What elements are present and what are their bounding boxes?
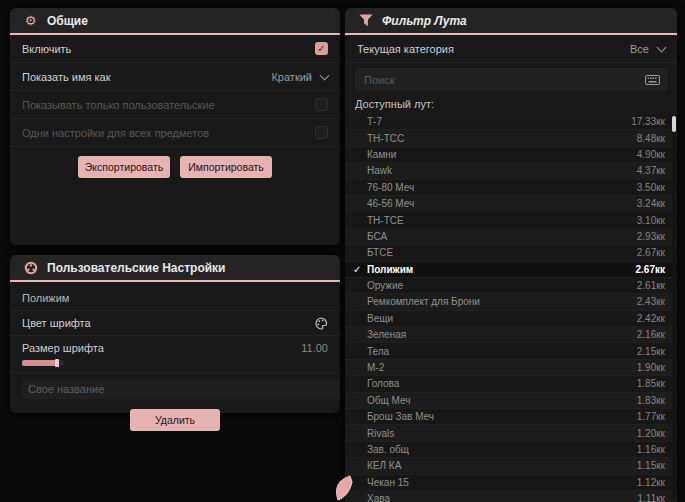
list-item[interactable]: Чекан 151.12кк [345,475,677,491]
font-size-slider-wrap [10,360,340,373]
font-size-slider[interactable] [22,360,64,366]
delete-button[interactable]: Удалить [130,409,220,431]
panel-title: Общие [47,14,88,28]
loot-name: Зав. общ [367,444,637,455]
gear-icon: ⚙ [23,13,38,28]
export-button[interactable]: Экспортировать [78,156,170,178]
list-item[interactable]: ТН-ТСС8.48кк [345,130,677,146]
loot-value: 2.61кк [637,280,665,291]
list-item[interactable]: Hawk4.37кк [345,163,677,179]
font-color-label: Цвет шрифта [22,317,91,329]
loot-value: 1.11кк [638,493,665,502]
loot-name: Т-7 [367,116,631,127]
list-item[interactable]: Оружие2.61кк [345,278,677,294]
loot-value: 2.93кк [637,231,665,242]
list-item[interactable]: Брош Зав Меч1.77кк [345,409,677,425]
enable-checkbox[interactable]: ✓ [315,42,328,55]
list-item[interactable]: 76-80 Меч3.50кк [345,180,677,196]
show-name-label: Показать имя как [22,71,111,83]
loot-value: 1.16кк [637,444,665,455]
setting-row-enable: Включить ✓ [10,35,340,63]
show-name-select[interactable]: Краткий [271,71,328,83]
list-item[interactable]: БСА2.93кк [345,229,677,245]
list-item[interactable]: 46-56 Меч3.24кк [345,196,677,212]
keyboard-icon[interactable] [645,75,660,85]
list-item[interactable]: Rivals1.20кк [345,425,677,441]
loot-name: Зеленая [367,329,637,340]
funnel-icon [358,13,373,28]
loot-value: 1.83кк [637,395,665,406]
loot-name: Камни [367,149,637,160]
list-item[interactable]: Голова1.85кк [345,376,677,392]
loot-value: 1.77кк [637,411,665,422]
list-item[interactable]: ТН-ТСЕ3.10кк [345,212,677,228]
loot-value: 2.67кк [637,247,665,258]
loot-value: 2.15кк [637,346,665,357]
loot-name: 76-80 Меч [367,182,637,193]
list-item[interactable]: Зеленая2.16кк [345,327,677,343]
palette-icon[interactable] [315,317,328,330]
loot-name: Rivals [367,428,637,439]
search-bar [355,68,667,91]
font-color-row: Цвет шрифта [10,310,340,335]
search-input[interactable] [362,73,639,87]
list-item[interactable]: Вещи2.42кк [345,311,677,327]
only-custom-checkbox[interactable] [315,98,328,111]
same-settings-label: Одни настройки для всех предметов [22,127,209,139]
loot-value: 3.10кк [637,215,665,226]
list-item[interactable]: Зав. общ1.16кк [345,442,677,458]
list-item[interactable]: М-21.90кк [345,360,677,376]
loot-name: КЕЛ КА [367,460,637,471]
loot-name: Хава [367,493,638,502]
loot-value: 1.15кк [637,460,665,471]
list-item[interactable]: ✓Полижим2.67кк [345,262,677,278]
export-import-buttons: Экспортировать Импортировать [10,156,340,178]
category-label: Текущая категория [357,43,454,55]
loot-value: 4.37кк [637,165,665,176]
list-item[interactable]: Камни4.90кк [345,147,677,163]
enable-label: Включить [22,43,71,55]
list-item[interactable]: КЕЛ КА1.15кк [345,458,677,474]
font-size-label: Размер шрифта [22,342,104,354]
check-icon: ✓ [353,264,367,275]
check-icon: ✓ [317,43,325,54]
loot-value: 8.48кк [637,133,665,144]
selected-item-name: Полижим [10,282,340,310]
chevron-down-icon [657,42,667,52]
loot-name: БСА [367,231,637,242]
loot-value: 4.90кк [637,149,665,160]
loot-name: Ремкомплект для Брони [367,296,637,307]
loot-value: 3.24кк [637,198,665,209]
category-row: Текущая категория Все [345,35,677,63]
user-settings-icon [23,260,38,275]
loot-value: 2.16кк [637,329,665,340]
list-item[interactable]: Общ Меч1.83кк [345,393,677,409]
loot-name: Чекан 15 [367,477,637,488]
loot-name: ТН-ТСЕ [367,215,637,226]
slider-handle[interactable] [55,359,59,367]
list-item[interactable]: Ремкомплект для Брони2.43кк [345,294,677,310]
loot-value: 1.85кк [637,378,665,389]
custom-name-input[interactable] [22,379,340,399]
loot-name: М-2 [367,362,637,373]
general-settings-rows: Включить ✓ Показать имя как Краткий Пока… [10,35,340,178]
loot-name: Hawk [367,165,637,176]
panel-general-header: ⚙ Общие [10,8,340,35]
font-size-value: 11.00 [301,342,328,354]
setting-row-only-custom: Показывать только пользовательские [10,91,340,119]
list-item[interactable]: Тела2.15кк [345,343,677,359]
import-button[interactable]: Импортировать [180,156,272,178]
scrollbar-thumb[interactable] [672,116,676,132]
available-loot-label: Доступный лут: [345,96,677,114]
list-item[interactable]: Хава1.11кк [345,491,677,502]
font-size-row: Размер шрифта 11.00 [10,335,340,360]
loot-name: 46-56 Меч [367,198,637,209]
panel-title: Пользовательские Настройки [47,261,225,275]
category-select[interactable]: Все [630,43,665,55]
list-item[interactable]: БТСЕ2.67кк [345,245,677,261]
loot-value: 2.42кк [637,313,665,324]
same-settings-checkbox[interactable] [315,126,328,139]
loot-name: Общ Меч [367,395,637,406]
list-item[interactable]: Т-717.33кк [345,114,677,130]
panel-title: Фильтр Лута [382,14,467,28]
